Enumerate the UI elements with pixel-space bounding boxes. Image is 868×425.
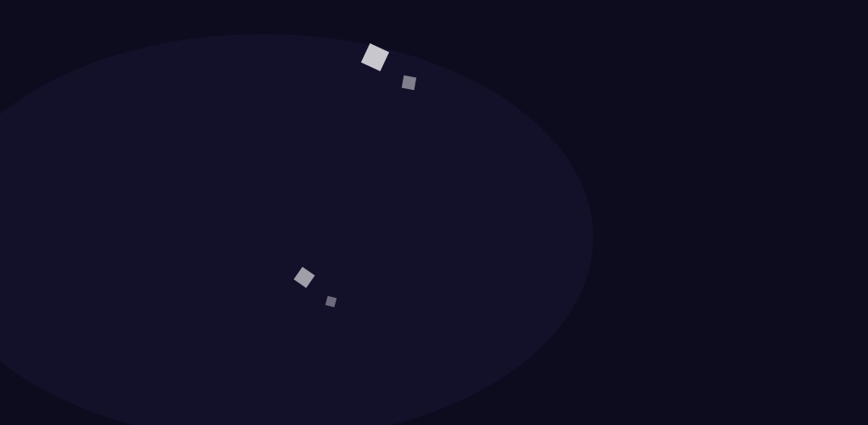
sparkle-decoration xyxy=(402,75,416,90)
background-oval xyxy=(0,34,593,425)
